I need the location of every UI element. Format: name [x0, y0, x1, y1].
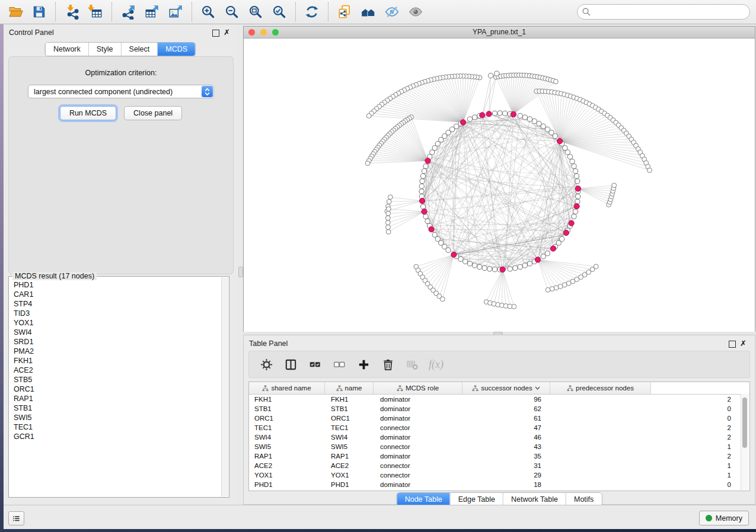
add-row-icon[interactable]: [356, 357, 371, 372]
tab-node-table[interactable]: Node Table: [397, 493, 450, 506]
leaf-node[interactable]: [546, 287, 550, 292]
select-all-icon[interactable]: [307, 357, 323, 372]
delete-rows-icon[interactable]: [380, 357, 395, 372]
search-input[interactable]: [577, 4, 750, 20]
tab-select[interactable]: Select: [121, 43, 158, 56]
zoom-selected-icon[interactable]: [267, 2, 291, 22]
close-table-panel-icon[interactable]: ✗: [740, 339, 747, 348]
table-scrollbar-thumb[interactable]: [742, 398, 747, 448]
mcds-result-item[interactable]: PHD1: [14, 280, 229, 290]
ring-node[interactable]: [419, 189, 424, 194]
task-history-button[interactable]: [8, 511, 24, 525]
leaf-node[interactable]: [386, 211, 391, 216]
mcds-node[interactable]: [425, 158, 430, 164]
mcds-result-item[interactable]: TID3: [14, 309, 229, 318]
ring-node[interactable]: [541, 124, 546, 129]
ring-node[interactable]: [513, 265, 518, 270]
mcds-node[interactable]: [419, 198, 425, 204]
export-table-icon[interactable]: [140, 2, 164, 22]
leaf-node[interactable]: [386, 230, 391, 235]
mcds-result-item[interactable]: STB1: [14, 403, 229, 413]
leaf-node[interactable]: [366, 114, 371, 118]
ring-node[interactable]: [573, 209, 578, 214]
ring-node[interactable]: [541, 254, 546, 259]
open-file-icon[interactable]: [4, 2, 27, 22]
ring-node[interactable]: [482, 265, 487, 270]
leaf-node[interactable]: [612, 183, 617, 188]
ring-node[interactable]: [435, 142, 440, 146]
table-row-STB1[interactable]: STB1STB1dominator620: [249, 404, 749, 414]
ring-node[interactable]: [477, 264, 482, 269]
mcds-node[interactable]: [429, 226, 434, 232]
ring-node[interactable]: [563, 146, 567, 150]
mcds-result-item[interactable]: PMA2: [14, 347, 229, 356]
mcds-result-item[interactable]: ACE2: [14, 366, 229, 375]
zoom-out-icon[interactable]: [220, 2, 244, 22]
ring-node[interactable]: [430, 150, 435, 155]
deselect-all-icon[interactable]: [331, 357, 347, 372]
tab-network-table[interactable]: Network Table: [503, 493, 566, 506]
show-all-icon[interactable]: [404, 2, 428, 22]
ring-node[interactable]: [446, 248, 451, 252]
memory-button[interactable]: Memory: [699, 511, 749, 525]
result-scrollbar[interactable]: [221, 277, 228, 496]
ring-node[interactable]: [419, 184, 424, 188]
leaf-node[interactable]: [385, 216, 390, 220]
tab-style[interactable]: Style: [88, 43, 121, 56]
ring-node[interactable]: [575, 179, 580, 184]
mcds-result-item[interactable]: YOX1: [14, 318, 229, 328]
ring-node[interactable]: [545, 251, 550, 256]
ring-node[interactable]: [522, 263, 527, 268]
ring-node[interactable]: [473, 115, 477, 120]
table-row-YOX1[interactable]: YOX1YOX1connector291: [249, 470, 749, 480]
ring-node[interactable]: [508, 267, 512, 271]
ring-node[interactable]: [560, 236, 564, 241]
ring-node[interactable]: [454, 124, 459, 129]
leaf-node[interactable]: [489, 73, 493, 78]
mcds-result-item[interactable]: SRD1: [14, 337, 229, 347]
mcds-result-item[interactable]: RAP1: [14, 394, 229, 403]
ring-node[interactable]: [527, 117, 532, 121]
ring-node[interactable]: [425, 219, 430, 223]
ring-node[interactable]: [458, 257, 463, 261]
mcds-node[interactable]: [569, 220, 574, 226]
save-session-icon[interactable]: [27, 2, 51, 22]
leaf-node[interactable]: [495, 71, 499, 76]
mcds-node[interactable]: [511, 111, 516, 117]
ring-node[interactable]: [572, 164, 576, 169]
table-row-SWI5[interactable]: SWI5SWI5connector431: [249, 442, 749, 451]
column-header-successor-nodes[interactable]: successor nodes: [462, 382, 550, 394]
duplicate-network-icon[interactable]: [333, 2, 356, 22]
mcds-node[interactable]: [550, 246, 556, 251]
float-table-panel-icon[interactable]: [729, 341, 736, 348]
mcds-result-item[interactable]: GCR1: [14, 432, 229, 441]
table-scrollbar[interactable]: [741, 394, 749, 490]
mcds-node[interactable]: [480, 113, 485, 118]
window-maximize-traffic-light[interactable]: [272, 29, 279, 36]
ring-node[interactable]: [527, 261, 532, 266]
table-row-ACE2[interactable]: ACE2ACE2connector311: [249, 461, 749, 470]
criterion-dropdown[interactable]: largest connected component (undirected): [28, 85, 214, 98]
leaf-node[interactable]: [387, 200, 391, 204]
mcds-node[interactable]: [486, 111, 492, 117]
mcds-node[interactable]: [451, 252, 457, 257]
leaf-node[interactable]: [386, 225, 391, 230]
mcds-node[interactable]: [557, 139, 563, 144]
ring-node[interactable]: [573, 169, 578, 174]
mcds-node[interactable]: [422, 209, 427, 214]
ring-node[interactable]: [570, 159, 575, 164]
ring-node[interactable]: [574, 174, 579, 178]
tab-network[interactable]: Network: [46, 43, 88, 56]
tab-motifs[interactable]: Motifs: [566, 493, 601, 506]
ring-node[interactable]: [422, 169, 426, 174]
tab-mcds[interactable]: MCDS: [157, 43, 195, 56]
column-chooser-icon[interactable]: [283, 357, 298, 372]
ring-node[interactable]: [492, 267, 497, 272]
ring-node[interactable]: [576, 194, 580, 199]
ring-node[interactable]: [467, 261, 472, 266]
ring-node[interactable]: [487, 267, 492, 271]
ring-node[interactable]: [467, 117, 472, 121]
mcds-result-item[interactable]: CAR1: [14, 290, 229, 299]
mcds-node[interactable]: [574, 204, 579, 209]
leaf-node[interactable]: [512, 305, 516, 309]
